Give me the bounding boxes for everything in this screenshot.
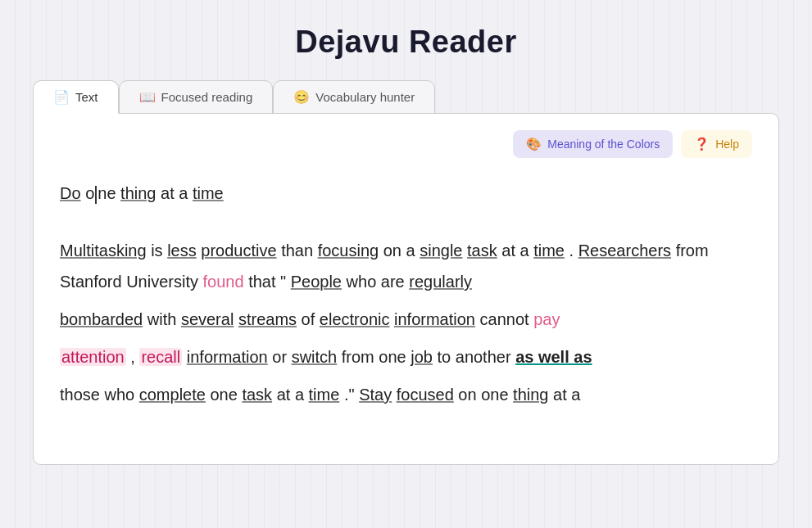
word-thing-2: thing [513,386,548,404]
meaning-of-colors-button[interactable]: 🎨 Meaning of the Colors [513,130,673,158]
word-task-1: task [467,241,497,259]
reading-paragraph-3: attention , recall information or switch… [60,341,752,372]
word-as-well-as: as well as [515,348,592,366]
app-title: Dejavu Reader [33,25,779,60]
action-bar: 🎨 Meaning of the Colors ❓ Help [60,130,752,158]
word-people: People [291,273,342,291]
text-cursor [95,186,97,204]
text-tab-icon: 📄 [53,89,70,105]
word-do: Do [60,184,81,202]
word-time-title: time [193,184,224,202]
meaning-icon: 🎨 [526,137,542,151]
help-button-label: Help [715,138,739,151]
word-time-2: time [309,386,340,404]
tab-focused-reading-label: Focused reading [161,90,253,104]
meaning-button-label: Meaning of the Colors [547,138,660,151]
word-job: job [411,348,433,366]
word-stay: Stay [359,386,392,404]
word-recall: recall [139,348,182,366]
word-switch: switch [292,348,338,366]
word-information-2: information [187,348,268,366]
reading-paragraph-1: Multitasking is less productive than foc… [60,235,752,297]
reading-content: Do one thing at a time Multitasking is l… [60,178,752,410]
help-icon: ❓ [694,137,710,151]
page-wrapper: Dejavu Reader 📄 Text 📖 Focused reading 😊… [0,0,812,528]
reading-title-paragraph: Do one thing at a time [60,178,752,209]
word-less: less [167,241,197,259]
word-information-1: information [394,310,475,328]
word-focusing: focusing [318,241,379,259]
word-focused: focused [397,386,454,404]
word-time-1: time [533,241,565,259]
word-attention: attention [60,348,126,366]
tab-text[interactable]: 📄 Text [33,80,119,114]
reading-paragraph-2: bombarded with several streams of electr… [60,304,752,335]
word-single: single [420,241,462,259]
word-complete: complete [139,386,206,404]
word-thing: thing [120,184,156,202]
focused-reading-tab-icon: 📖 [139,89,156,105]
word-electronic: electronic [320,310,390,328]
vocabulary-hunter-tab-icon: 😊 [293,89,310,105]
word-pay: pay [533,310,560,328]
word-multitasking: Multitasking [60,241,147,259]
word-streams: streams [238,310,297,328]
help-button[interactable]: ❓ Help [681,130,752,158]
word-task-2: task [242,386,272,404]
app-header: Dejavu Reader [33,0,779,79]
word-productive: productive [201,241,276,259]
tabs-row: 📄 Text 📖 Focused reading 😊 Vocabulary hu… [33,79,779,113]
tab-vocabulary-hunter-label: Vocabulary hunter [315,90,415,104]
tab-focused-reading[interactable]: 📖 Focused reading [119,80,274,114]
reading-paragraph-4: those who complete one task at a time ."… [60,379,752,410]
word-regularly: regularly [409,273,472,291]
word-found: found [203,273,244,291]
tab-vocabulary-hunter[interactable]: 😊 Vocabulary hunter [273,80,435,114]
word-researchers: Researchers [578,241,671,259]
word-bombarded: bombarded [60,310,143,328]
word-several: several [181,310,234,328]
tab-text-label: Text [75,90,98,104]
main-panel: 🎨 Meaning of the Colors ❓ Help Do one th… [33,113,779,465]
